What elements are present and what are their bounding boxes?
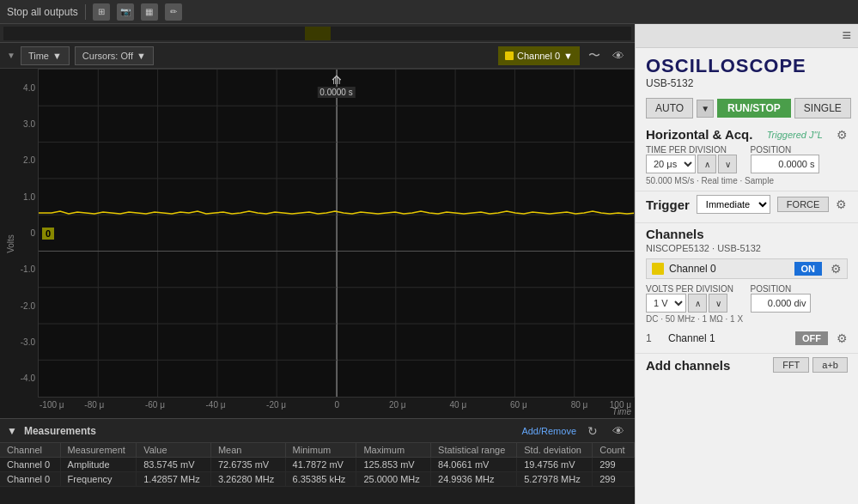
col-minimum: Minimum — [285, 443, 356, 458]
triggered-status: Triggered J''L — [767, 130, 823, 140]
position-group: POSITION — [751, 145, 849, 173]
measurements-title: Measurements — [24, 425, 96, 437]
cell-1-1: Frequency — [60, 472, 137, 487]
time-per-div-select[interactable]: 20 μs — [646, 155, 696, 173]
force-button[interactable]: FORCE — [777, 197, 830, 212]
channel0-toggle[interactable]: ON — [794, 262, 823, 276]
position-label: POSITION — [751, 145, 849, 155]
fft-button[interactable]: FFT — [773, 357, 809, 373]
vpd-position-row: VOLTS PER DIVISION 1 V ∧ ∨ POSITION — [646, 284, 848, 313]
add-channels-title: Add channels — [646, 358, 773, 373]
run-stop-button[interactable]: RUN/STOP — [717, 99, 791, 118]
trigger-gear-icon[interactable]: ⚙ — [836, 197, 847, 211]
position-input[interactable] — [751, 155, 819, 173]
time-dropdown[interactable]: Time ▼ — [21, 46, 70, 65]
horizontal-section-header: Horizontal & Acq. Triggered J''L ⚙ — [646, 127, 848, 142]
time-chevron-icon: ▼ — [52, 51, 62, 61]
trigger-mode-select[interactable]: Immediate — [697, 195, 770, 214]
channel-indicator[interactable]: Channel 0 ▼ — [498, 46, 580, 65]
hamburger-menu-icon[interactable]: ≡ — [842, 27, 851, 45]
camera-icon[interactable]: 📷 — [117, 3, 134, 21]
measurements-table: Channel Measurement Value Mean Minimum M… — [0, 443, 635, 487]
oscilloscope-subtitle: USB-5132 — [646, 77, 848, 89]
auto-button[interactable]: AUTO — [646, 98, 693, 118]
cell-1-0: Channel 0 — [0, 472, 60, 487]
cell-0-3: 72.6735 mV — [210, 458, 285, 472]
col-count: Count — [593, 443, 635, 458]
cell-0-5: 125.853 mV — [356, 458, 431, 472]
x-axis: -100 μ -80 μ -60 μ -40 μ -20 μ 0 20 μ 40… — [38, 398, 635, 418]
right-panel-buttons: AUTO ▼ RUN/STOP SINGLE — [636, 93, 858, 124]
cursor-label-group: ⟰ 0.0000 s — [317, 73, 355, 98]
col-stat-range: Statistical range — [431, 443, 517, 458]
time-per-div-label: TIME PER DIVISION — [646, 145, 744, 155]
waveform-icon[interactable]: 〜 — [585, 46, 604, 65]
channel1-gear-icon[interactable]: ⚙ — [837, 331, 848, 345]
cursor-handle-icon: ⟰ — [332, 73, 342, 87]
layout-icon[interactable]: ▦ — [141, 3, 158, 21]
channel1-toggle[interactable]: OFF — [795, 331, 828, 345]
measurements-eye-icon[interactable]: 👁 — [609, 422, 628, 440]
x-label-0: 0 — [307, 400, 368, 410]
channel0-gear-icon[interactable]: ⚙ — [831, 262, 842, 276]
x-label-neg60: -60 μ — [125, 400, 186, 410]
time-per-div-controls: 20 μs ∧ ∨ — [646, 155, 744, 173]
x-label-neg100: -100 μ — [40, 400, 64, 410]
pos-group: POSITION — [751, 284, 849, 313]
channel-bar-right: Channel 0 ▼ 〜 👁 — [498, 46, 628, 65]
vpd-pos-input[interactable] — [751, 294, 811, 313]
cursor-vertical-line — [337, 70, 338, 397]
time-label: Time — [28, 51, 49, 61]
measurements-refresh-icon[interactable]: ↻ — [583, 422, 602, 440]
edit-icon[interactable]: ✏ — [165, 3, 182, 21]
cell-0-4: 41.7872 mV — [285, 458, 356, 472]
x-label-neg20: -20 μ — [246, 400, 307, 410]
vpd-wave-up[interactable]: ∧ — [688, 294, 707, 313]
right-panel-menu: ≡ — [636, 24, 858, 48]
measurements-table-container: Channel Measurement Value Mean Minimum M… — [0, 443, 635, 487]
vpd-wave-down[interactable]: ∨ — [709, 294, 727, 313]
cell-1-8: 299 — [593, 472, 635, 487]
x-label-60: 60 μ — [489, 400, 550, 410]
channel0-color-box — [652, 263, 664, 275]
x-label-neg40: -40 μ — [186, 400, 246, 410]
channel-indicator-chevron: ▼ — [563, 51, 573, 61]
add-remove-button[interactable]: Add/Remove — [521, 426, 576, 436]
trigger-section: Trigger Immediate FORCE ⚙ — [636, 191, 858, 223]
measurements-header: ▼ Measurements Add/Remove ↻ 👁 — [0, 419, 635, 443]
col-maximum: Maximum — [356, 443, 431, 458]
cell-1-3: 3.26280 MHz — [210, 472, 285, 487]
wave-up-btn[interactable]: ∧ — [697, 155, 716, 173]
math-button[interactable]: a+b — [812, 357, 848, 373]
auto-caret-button[interactable]: ▼ — [697, 100, 714, 118]
measurements-thead: Channel Measurement Value Mean Minimum M… — [0, 443, 635, 458]
vpd-select[interactable]: 1 V — [646, 294, 686, 313]
main-content: ▼ Time ▼ Cursors: Off ▼ Channel 0 ▼ 〜 👁 — [0, 24, 858, 504]
cursor-time-label: 0.0000 s — [317, 87, 355, 98]
horizontal-gear-icon[interactable]: ⚙ — [837, 128, 848, 142]
single-button[interactable]: SINGLE — [794, 98, 851, 118]
eye-icon[interactable]: 👁 — [609, 46, 628, 65]
table-row: Channel 0Frequency1.42857 MHz3.26280 MHz… — [0, 472, 635, 487]
cell-0-1: Amplitude — [60, 458, 137, 472]
graph-column: 4.0 3.0 2.0 1.0 0 -1.0 -2.0 -3.0 -4.0 ⟰ — [38, 69, 635, 418]
horizontal-controls-row: TIME PER DIVISION 20 μs ∧ ∨ POSITION — [646, 145, 848, 173]
cell-0-2: 83.5745 mV — [137, 458, 211, 472]
x-label-20: 20 μ — [367, 400, 428, 410]
vpd-pos-label: POSITION — [751, 284, 849, 294]
measurements-expand-icon[interactable]: ▼ — [7, 425, 17, 437]
toolbar-divider — [85, 4, 86, 20]
cursors-dropdown[interactable]: Cursors: Off ▼ — [75, 46, 154, 65]
wave-down-btn[interactable]: ∨ — [718, 155, 737, 173]
col-channel: Channel — [0, 443, 60, 458]
expand-chevron-icon[interactable]: ▼ — [7, 51, 15, 60]
channels-title: Channels — [646, 227, 848, 241]
oscilloscope-title: OSCILLOSCOPE — [646, 55, 848, 77]
time-per-div-group: TIME PER DIVISION 20 μs ∧ ∨ — [646, 145, 744, 173]
grid-icon[interactable]: ⊞ — [93, 3, 110, 21]
channel-color-dot — [505, 52, 514, 60]
channel0-name: Channel 0 — [669, 263, 789, 275]
right-panel-title-section: OSCILLOSCOPE USB-5132 — [636, 48, 858, 93]
col-value: Value — [137, 443, 211, 458]
channel-zero-label: 0 — [42, 228, 54, 240]
